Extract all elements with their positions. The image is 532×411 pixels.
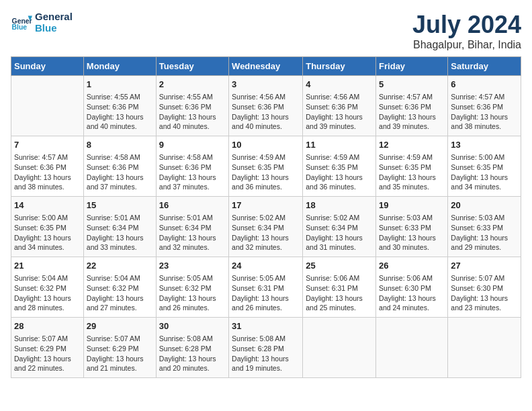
day-info: Sunrise: 5:04 AM Sunset: 6:32 PM Dayligh… (87, 273, 153, 313)
day-info: Sunrise: 5:06 AM Sunset: 6:30 PM Dayligh… (379, 273, 445, 313)
day-number: 12 (379, 139, 445, 151)
week-row-1: 1Sunrise: 4:55 AM Sunset: 6:36 PM Daylig… (11, 76, 521, 136)
week-row-5: 28Sunrise: 5:07 AM Sunset: 6:29 PM Dayli… (11, 318, 521, 378)
weekday-header-sunday: Sunday (11, 57, 84, 76)
day-number: 20 (451, 199, 518, 212)
logo: General Blue General Blue (11, 11, 73, 34)
day-info: Sunrise: 5:03 AM Sunset: 6:33 PM Dayligh… (451, 213, 518, 253)
day-number: 11 (306, 139, 373, 151)
calendar-cell: 13Sunrise: 5:00 AM Sunset: 6:35 PM Dayli… (448, 136, 521, 197)
calendar-cell: 26Sunrise: 5:06 AM Sunset: 6:30 PM Dayli… (376, 257, 448, 318)
calendar-cell: 20Sunrise: 5:03 AM Sunset: 6:33 PM Dayli… (448, 197, 521, 257)
weekday-header-row: SundayMondayTuesdayWednesdayThursdayFrid… (11, 57, 521, 76)
weekday-header-thursday: Thursday (303, 57, 376, 76)
day-info: Sunrise: 5:00 AM Sunset: 6:35 PM Dayligh… (451, 152, 518, 192)
calendar-cell: 15Sunrise: 5:01 AM Sunset: 6:34 PM Dayli… (83, 197, 156, 257)
title-block: July 2024 Bhagalpur, Bihar, India (412, 11, 521, 51)
calendar-cell: 24Sunrise: 5:05 AM Sunset: 6:31 PM Dayli… (229, 257, 303, 318)
day-info: Sunrise: 5:05 AM Sunset: 6:31 PM Dayligh… (232, 273, 300, 313)
calendar-cell: 6Sunrise: 4:57 AM Sunset: 6:36 PM Daylig… (448, 76, 521, 136)
day-info: Sunrise: 5:08 AM Sunset: 6:28 PM Dayligh… (232, 334, 300, 373)
calendar-cell: 22Sunrise: 5:04 AM Sunset: 6:32 PM Dayli… (83, 257, 156, 318)
calendar-cell (376, 318, 448, 378)
calendar-cell: 12Sunrise: 4:59 AM Sunset: 6:35 PM Dayli… (376, 136, 448, 197)
week-row-3: 14Sunrise: 5:00 AM Sunset: 6:35 PM Dayli… (11, 197, 521, 257)
calendar-cell: 9Sunrise: 4:58 AM Sunset: 6:36 PM Daylig… (156, 136, 228, 197)
month-title: July 2024 (412, 11, 521, 39)
day-number: 7 (14, 139, 81, 151)
day-info: Sunrise: 5:04 AM Sunset: 6:32 PM Dayligh… (14, 273, 81, 313)
day-number: 26 (379, 260, 445, 272)
calendar-cell: 4Sunrise: 4:56 AM Sunset: 6:36 PM Daylig… (303, 76, 376, 136)
logo-icon: General Blue (11, 11, 32, 33)
calendar-table: SundayMondayTuesdayWednesdayThursdayFrid… (11, 56, 521, 378)
day-info: Sunrise: 4:55 AM Sunset: 6:36 PM Dayligh… (87, 92, 153, 132)
weekday-header-friday: Friday (376, 57, 448, 76)
day-number: 3 (232, 79, 300, 91)
day-info: Sunrise: 4:56 AM Sunset: 6:36 PM Dayligh… (232, 92, 300, 132)
day-number: 31 (232, 320, 300, 332)
calendar-cell: 5Sunrise: 4:57 AM Sunset: 6:36 PM Daylig… (376, 76, 448, 136)
calendar-cell: 29Sunrise: 5:07 AM Sunset: 6:29 PM Dayli… (83, 318, 156, 378)
day-number: 8 (87, 139, 153, 151)
day-number: 24 (232, 260, 300, 272)
day-number: 13 (451, 139, 518, 151)
calendar-cell: 28Sunrise: 5:07 AM Sunset: 6:29 PM Dayli… (11, 318, 84, 378)
day-number: 4 (306, 79, 373, 91)
day-number: 17 (232, 199, 300, 212)
calendar-cell: 27Sunrise: 5:07 AM Sunset: 6:30 PM Dayli… (448, 257, 521, 318)
day-info: Sunrise: 5:02 AM Sunset: 6:34 PM Dayligh… (306, 213, 373, 253)
day-number: 14 (14, 199, 81, 212)
day-number: 9 (159, 139, 226, 151)
calendar-cell: 11Sunrise: 4:59 AM Sunset: 6:35 PM Dayli… (303, 136, 376, 197)
calendar-cell: 30Sunrise: 5:08 AM Sunset: 6:28 PM Dayli… (156, 318, 228, 378)
day-info: Sunrise: 5:07 AM Sunset: 6:30 PM Dayligh… (451, 273, 518, 313)
day-info: Sunrise: 5:06 AM Sunset: 6:31 PM Dayligh… (306, 273, 373, 313)
day-number: 15 (87, 199, 153, 212)
calendar-cell: 16Sunrise: 5:01 AM Sunset: 6:34 PM Dayli… (156, 197, 228, 257)
day-number: 23 (159, 260, 226, 272)
day-info: Sunrise: 4:59 AM Sunset: 6:35 PM Dayligh… (232, 152, 300, 192)
logo-line1: General (35, 11, 73, 22)
day-info: Sunrise: 5:05 AM Sunset: 6:32 PM Dayligh… (159, 273, 226, 313)
weekday-header-saturday: Saturday (448, 57, 521, 76)
day-info: Sunrise: 4:59 AM Sunset: 6:35 PM Dayligh… (379, 152, 445, 192)
weekday-header-monday: Monday (83, 57, 156, 76)
calendar-cell: 8Sunrise: 4:58 AM Sunset: 6:36 PM Daylig… (83, 136, 156, 197)
day-info: Sunrise: 4:56 AM Sunset: 6:36 PM Dayligh… (306, 92, 373, 132)
day-info: Sunrise: 4:55 AM Sunset: 6:36 PM Dayligh… (159, 92, 226, 132)
day-number: 5 (379, 79, 445, 91)
day-number: 1 (87, 79, 153, 91)
day-info: Sunrise: 5:03 AM Sunset: 6:33 PM Dayligh… (379, 213, 445, 253)
day-number: 19 (379, 199, 445, 212)
calendar-cell: 18Sunrise: 5:02 AM Sunset: 6:34 PM Dayli… (303, 197, 376, 257)
day-number: 21 (14, 260, 81, 272)
calendar-cell: 25Sunrise: 5:06 AM Sunset: 6:31 PM Dayli… (303, 257, 376, 318)
day-number: 30 (159, 320, 226, 332)
calendar-cell: 14Sunrise: 5:00 AM Sunset: 6:35 PM Dayli… (11, 197, 84, 257)
day-info: Sunrise: 4:58 AM Sunset: 6:36 PM Dayligh… (87, 152, 153, 192)
day-info: Sunrise: 5:08 AM Sunset: 6:28 PM Dayligh… (159, 334, 226, 373)
location: Bhagalpur, Bihar, India (412, 39, 521, 51)
calendar-cell: 1Sunrise: 4:55 AM Sunset: 6:36 PM Daylig… (83, 76, 156, 136)
day-number: 28 (14, 320, 81, 332)
day-number: 16 (159, 199, 226, 212)
week-row-2: 7Sunrise: 4:57 AM Sunset: 6:36 PM Daylig… (11, 136, 521, 197)
calendar-cell (448, 318, 521, 378)
calendar-cell: 3Sunrise: 4:56 AM Sunset: 6:36 PM Daylig… (229, 76, 303, 136)
calendar-cell: 7Sunrise: 4:57 AM Sunset: 6:36 PM Daylig… (11, 136, 84, 197)
day-info: Sunrise: 4:57 AM Sunset: 6:36 PM Dayligh… (14, 152, 81, 192)
day-info: Sunrise: 4:57 AM Sunset: 6:36 PM Dayligh… (451, 92, 518, 132)
day-info: Sunrise: 4:57 AM Sunset: 6:36 PM Dayligh… (379, 92, 445, 132)
day-number: 10 (232, 139, 300, 151)
day-info: Sunrise: 5:00 AM Sunset: 6:35 PM Dayligh… (14, 213, 81, 253)
calendar-cell (303, 318, 376, 378)
weekday-header-wednesday: Wednesday (229, 57, 303, 76)
calendar-cell: 19Sunrise: 5:03 AM Sunset: 6:33 PM Dayli… (376, 197, 448, 257)
day-number: 29 (87, 320, 153, 332)
calendar-cell: 31Sunrise: 5:08 AM Sunset: 6:28 PM Dayli… (229, 318, 303, 378)
day-number: 27 (451, 260, 518, 272)
day-info: Sunrise: 5:01 AM Sunset: 6:34 PM Dayligh… (159, 213, 226, 253)
day-info: Sunrise: 4:58 AM Sunset: 6:36 PM Dayligh… (159, 152, 226, 192)
weekday-header-tuesday: Tuesday (156, 57, 228, 76)
